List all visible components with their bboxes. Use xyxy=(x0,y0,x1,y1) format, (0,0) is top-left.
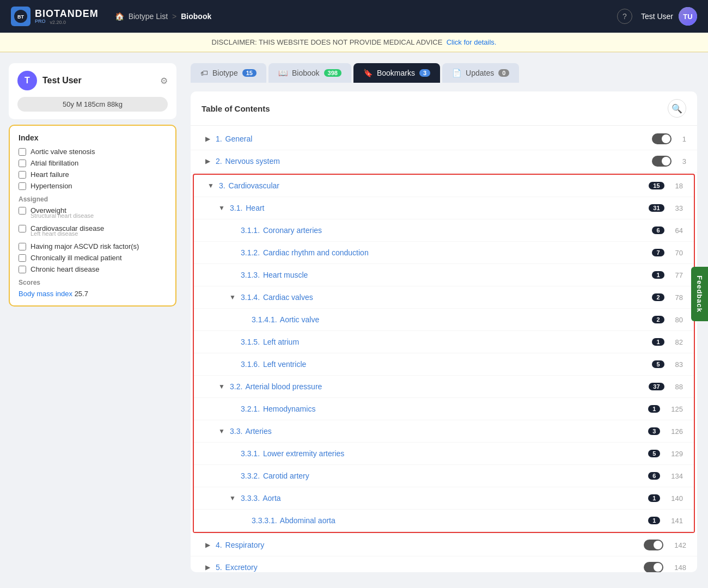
toc-label-cardiac-valves: Cardiac valves xyxy=(261,293,648,302)
scores-section: Scores Body mass index 25.7 xyxy=(19,279,167,298)
tab-biotype[interactable]: 🏷 Biotype 15 xyxy=(191,63,266,83)
toc-item-cardiac-rhythm[interactable]: 3.1.2. Cardiac rhythm and conduction 7 7… xyxy=(194,242,694,264)
expand-icon-arteries: ▼ xyxy=(216,425,228,437)
heart-failure-label: Heart failure xyxy=(30,170,69,179)
atrial-fibrillation-checkbox[interactable] xyxy=(19,160,26,167)
toc-label-general: General xyxy=(223,134,648,143)
toc-item-respiratory[interactable]: ▶ 4. Respiratory 142 xyxy=(191,534,697,556)
toc-page-cardiac-valves: 78 xyxy=(664,293,683,302)
toc-item-heart[interactable]: ▼ 3.1. Heart 31 33 xyxy=(194,197,694,219)
toc-search-button[interactable]: 🔍 xyxy=(668,99,686,118)
toc-number-nervous: 2. xyxy=(216,157,222,166)
updates-tab-label: Updates xyxy=(466,69,494,77)
help-icon[interactable]: ? xyxy=(617,9,632,24)
index-item-aortic: Aortic valve stenosis xyxy=(19,148,167,156)
disclaimer-text: DISCLAIMER: THIS WEBSITE DOES NOT PROVID… xyxy=(212,38,443,46)
nav-biobook[interactable]: Biobook xyxy=(181,12,211,21)
expand-icon-aorta: ▼ xyxy=(227,492,239,504)
toc-label-heart: Heart xyxy=(243,204,644,212)
toc-item-hemodynamics[interactable]: 3.2.1. Hemodynamics 1 125 xyxy=(194,398,694,420)
toc-badge-carotid: 6 xyxy=(648,472,660,480)
toc-number-left-atrium: 3.1.5. xyxy=(241,338,260,346)
toc-number-arterial-bp: 3.2. xyxy=(230,382,242,391)
assigned-title: Assigned xyxy=(19,195,167,203)
toc-number-general: 1. xyxy=(216,134,222,143)
sidebar: T Test User ⚙ 50y M 185cm 88kg Index Aor… xyxy=(0,52,185,586)
toc-label-cardiovascular: Cardiovascular xyxy=(227,181,645,190)
expand-icon-lower-extremity xyxy=(227,448,239,460)
toc-item-abdominal-aorta[interactable]: 3.3.3.1. Abdominal aorta 1 141 xyxy=(194,510,694,532)
expand-icon-nervous: ▶ xyxy=(202,155,213,167)
chronic-heart-checkbox[interactable] xyxy=(19,266,26,273)
toc-item-left-atrium[interactable]: 3.1.5. Left atrium 1 82 xyxy=(194,331,694,353)
assigned-list: Overweight Structural heart disease Card… xyxy=(19,206,167,273)
toc-number-hemodynamics: 3.2.1. xyxy=(241,405,260,413)
toc-item-cardiovascular[interactable]: ▼ 3. Cardiovascular 15 18 xyxy=(194,175,694,197)
tab-bookmarks[interactable]: 🔖 Bookmarks 3 xyxy=(353,63,440,83)
bmi-value: 25.7 xyxy=(75,290,88,298)
toc-number-cardiovascular: 3. xyxy=(219,181,225,190)
toc-label-excretory: Excretory xyxy=(223,563,640,572)
toc-page-left-atrium: 82 xyxy=(664,338,683,346)
chronically-ill-checkbox[interactable] xyxy=(19,254,26,262)
toc-number-cardiac-valves: 3.1.4. xyxy=(241,293,260,302)
toc-badge-heart-muscle: 1 xyxy=(652,271,664,279)
toc-item-carotid[interactable]: 3.3.2. Carotid artery 6 134 xyxy=(194,465,694,487)
toc-item-coronary[interactable]: 3.1.1. Coronary arteries 6 64 xyxy=(194,219,694,242)
toc-item-excretory[interactable]: ▶ 5. Excretory 148 xyxy=(191,556,697,572)
expand-icon-cardiovascular: ▼ xyxy=(205,180,217,192)
overweight-checkbox[interactable] xyxy=(19,207,26,215)
toc-page-lower-extremity: 129 xyxy=(660,450,683,458)
toc-item-left-ventricle[interactable]: 3.1.6. Left ventricle 5 83 xyxy=(194,353,694,376)
toc-item-general[interactable]: ▶ 1. General 1 xyxy=(191,128,697,150)
toc-badge-arterial-bp: 37 xyxy=(649,383,664,390)
toc-page-carotid: 134 xyxy=(660,472,683,480)
toggle-excretory[interactable] xyxy=(644,562,663,572)
avatar[interactable]: TU xyxy=(679,7,697,26)
aortic-valve-stenosis-label: Aortic valve stenosis xyxy=(30,148,95,156)
aortic-valve-stenosis-checkbox[interactable] xyxy=(19,148,26,156)
toc-page-abdominal-aorta: 141 xyxy=(660,517,683,525)
expand-icon-carotid xyxy=(227,470,239,482)
toc-label-aortic-valve: Aortic valve xyxy=(278,315,648,324)
nav-biotype-list[interactable]: Biotype List xyxy=(129,12,168,21)
tab-updates[interactable]: 📄 Updates 0 xyxy=(442,63,519,83)
toc-item-arterial-bp[interactable]: ▼ 3.2. Arterial blood pressure 37 88 xyxy=(194,376,694,398)
bookmarks-tab-label: Bookmarks xyxy=(377,69,415,77)
toc-page-arteries: 126 xyxy=(660,427,683,436)
bmi-score[interactable]: Body mass index 25.7 xyxy=(19,290,167,298)
toggle-respiratory[interactable] xyxy=(644,540,663,550)
toc-number-lower-extremity: 3.3.1. xyxy=(241,449,260,458)
toc-item-heart-muscle[interactable]: 3.1.3. Heart muscle 1 77 xyxy=(194,264,694,286)
toc-item-arteries[interactable]: ▼ 3.3. Arteries 3 126 xyxy=(194,420,694,443)
assigned-item-overweight: Overweight Structural heart disease xyxy=(19,206,167,221)
toc-badge-aorta: 1 xyxy=(648,494,660,502)
toc-item-nervous[interactable]: ▶ 2. Nervous system 3 xyxy=(191,150,697,173)
ascvd-checkbox[interactable] xyxy=(19,243,26,250)
toc-item-aorta[interactable]: ▼ 3.3.3. Aorta 1 140 xyxy=(194,487,694,510)
hypertension-checkbox[interactable] xyxy=(19,182,26,190)
heart-failure-checkbox[interactable] xyxy=(19,171,26,179)
tabs-row: 🏷 Biotype 15 📖 Biobook 398 🔖 Bookmarks 3… xyxy=(191,63,697,83)
toc-number-left-ventricle: 3.1.6. xyxy=(241,360,260,369)
highlighted-section: ▼ 3. Cardiovascular 15 18 ▼ 3.1. Heart 3… xyxy=(193,174,695,533)
index-box: Index Aortic valve stenosis Atrial fibri… xyxy=(9,125,176,307)
updates-tab-badge: 0 xyxy=(498,69,509,77)
settings-icon[interactable]: ⚙ xyxy=(160,76,168,86)
toc-item-lower-extremity[interactable]: 3.3.1. Lower extremity arteries 5 129 xyxy=(194,443,694,465)
toc-number-aortic-valve: 3.1.4.1. xyxy=(252,315,277,324)
toggle-general[interactable] xyxy=(652,133,672,144)
toggle-nervous[interactable] xyxy=(652,156,672,167)
expand-icon-coronary xyxy=(227,224,239,236)
breadcrumb: 🏠 Biotype List > Biobook xyxy=(115,12,212,21)
feedback-tab[interactable]: Feedback xyxy=(691,267,708,321)
index-list: Aortic valve stenosis Atrial fibrillatio… xyxy=(19,148,167,190)
tab-biobook[interactable]: 📖 Biobook 398 xyxy=(268,63,351,83)
user-card: T Test User ⚙ 50y M 185cm 88kg xyxy=(9,63,176,119)
disclaimer-link[interactable]: Click for details. xyxy=(447,38,497,46)
expand-icon-heart: ▼ xyxy=(216,202,228,214)
toc-item-aortic-valve[interactable]: 3.1.4.1. Aortic valve 2 80 xyxy=(194,309,694,331)
toc-item-cardiac-valves[interactable]: ▼ 3.1.4. Cardiac valves 2 78 xyxy=(194,286,694,309)
cardiovascular-disease-checkbox[interactable] xyxy=(19,225,26,232)
expand-icon-arterial-bp: ▼ xyxy=(216,381,228,393)
